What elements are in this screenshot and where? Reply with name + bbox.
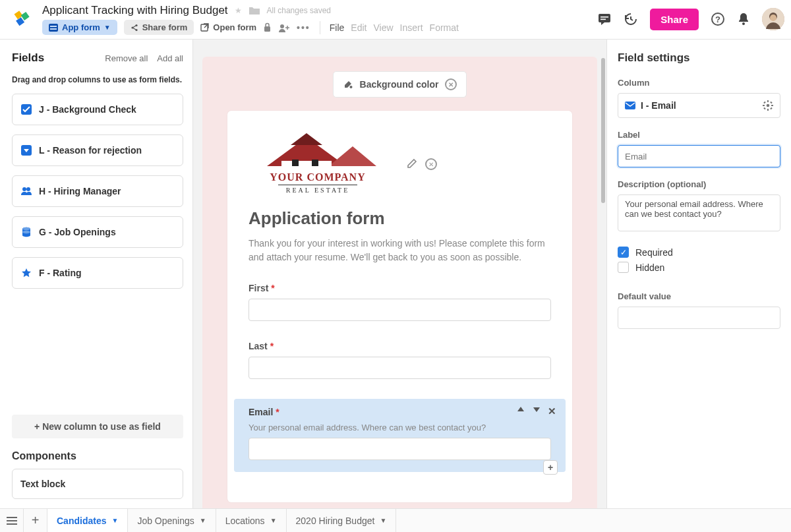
share-button[interactable]: Share	[650, 9, 699, 30]
svg-point-24	[26, 187, 30, 191]
tab-candidates[interactable]: Candidates▼	[47, 509, 128, 532]
svg-point-23	[22, 187, 26, 191]
app-form-button[interactable]: App form ▼	[42, 20, 117, 35]
svg-rect-33	[763, 105, 765, 106]
components-heading: Components	[12, 450, 183, 462]
svg-point-28	[349, 86, 352, 88]
logo-company-sub: REAL ESTATE	[249, 187, 387, 194]
field-card-jobs[interactable]: G - Job Openings	[12, 216, 183, 248]
new-column-button[interactable]: + New column to use as field	[12, 415, 183, 438]
open-form-button[interactable]: Open form	[200, 22, 256, 32]
tab-label: Job Openings	[137, 516, 194, 526]
select-icon	[20, 144, 32, 156]
lock-icon[interactable]	[263, 22, 272, 32]
move-up-icon[interactable]	[516, 405, 525, 417]
add-field-below-button[interactable]: +	[543, 460, 558, 475]
caret-down-icon: ▼	[270, 517, 277, 524]
background-color-pill[interactable]: Background color ✕	[333, 71, 467, 98]
share-form-button[interactable]: Share form	[124, 20, 194, 35]
field-card-hm[interactable]: H - Hiring Manager	[12, 175, 183, 207]
field-label: H - Hiring Manager	[39, 186, 121, 196]
form-field-last[interactable]: Last *	[249, 341, 551, 379]
bg-color-text: Background color	[360, 79, 439, 90]
component-text-block[interactable]: Text block	[12, 469, 183, 499]
svg-rect-34	[771, 105, 773, 106]
required-checkbox-row[interactable]: ✓ Required	[618, 247, 780, 258]
menu-edit[interactable]: Edit	[351, 22, 366, 33]
form-field-email[interactable]: ✕ Email * Your personal email address. W…	[234, 399, 566, 472]
required-checkbox[interactable]: ✓	[618, 247, 629, 258]
folder-icon[interactable]	[249, 6, 260, 15]
remove-all-link[interactable]: Remove all	[105, 53, 148, 63]
required-mark: *	[270, 341, 274, 351]
gear-icon[interactable]	[763, 100, 773, 111]
add-sheet-icon[interactable]: +	[24, 509, 47, 532]
description-input[interactable]	[618, 194, 780, 231]
form-title[interactable]: Application form	[249, 208, 551, 229]
toolbar: App form ▼ Share form Open form ••• Fi	[42, 20, 459, 35]
share-form-label: Share form	[142, 22, 188, 32]
svg-rect-12	[599, 14, 610, 22]
vertical-scrollbar[interactable]	[600, 40, 605, 508]
main: Fields Remove all Add all Drag and drop …	[0, 40, 791, 508]
default-value-input[interactable]	[618, 307, 780, 329]
svg-point-20	[770, 15, 776, 21]
move-down-icon[interactable]	[532, 405, 541, 417]
remove-field-icon[interactable]: ✕	[548, 405, 556, 417]
hidden-checkbox[interactable]	[618, 262, 629, 273]
menu-file[interactable]: File	[330, 22, 345, 33]
add-all-link[interactable]: Add all	[157, 53, 183, 63]
bottom-tabs: + Candidates▼ Job Openings▼ Locations▼ 2…	[0, 508, 791, 532]
center-panel: Background color ✕	[193, 40, 606, 508]
form-field-first[interactable]: First *	[249, 283, 551, 321]
favorite-icon[interactable]: ★	[235, 6, 242, 15]
history-icon[interactable]	[624, 12, 638, 26]
last-input[interactable]	[249, 357, 551, 379]
svg-rect-10	[264, 26, 270, 32]
form-intro[interactable]: Thank you for your interest in working w…	[249, 237, 551, 264]
field-card-rating[interactable]: F - Rating	[12, 257, 183, 289]
menu-format[interactable]: Format	[430, 22, 459, 33]
tab-2020-hiring-budget[interactable]: 2020 Hiring Budget▼	[287, 509, 397, 532]
hidden-checkbox-row[interactable]: Hidden	[618, 262, 780, 273]
edit-logo-icon[interactable]	[407, 158, 417, 170]
svg-rect-31	[767, 100, 769, 102]
svg-point-11	[280, 24, 284, 28]
form-canvas: Background color ✕	[202, 57, 597, 508]
column-selector[interactable]: I - Email	[618, 93, 780, 118]
field-card-reason[interactable]: L - Reason for rejection	[12, 134, 183, 166]
field-card-bgcheck[interactable]: J - Background Check	[12, 94, 183, 125]
first-input[interactable]	[249, 299, 551, 321]
doc-title[interactable]: Applicant Tracking with Hiring Budget	[42, 4, 228, 17]
avatar[interactable]	[762, 8, 784, 30]
help-icon[interactable]: ?	[711, 12, 725, 26]
svg-rect-38	[770, 107, 773, 110]
tab-job-openings[interactable]: Job Openings▼	[128, 509, 216, 532]
label-input[interactable]	[618, 145, 780, 167]
svg-point-27	[22, 227, 30, 230]
email-input[interactable]	[249, 438, 551, 460]
add-user-icon[interactable]	[278, 23, 290, 32]
column-heading: Column	[618, 78, 780, 88]
tab-locations[interactable]: Locations▼	[216, 509, 287, 532]
right-tools: Share ?	[597, 8, 784, 30]
svg-rect-5	[50, 28, 57, 30]
bell-icon[interactable]	[737, 12, 750, 26]
svg-rect-3	[49, 24, 58, 32]
column-value: I - Email	[641, 100, 676, 111]
comment-icon[interactable]	[597, 13, 612, 26]
more-icon[interactable]: •••	[297, 22, 310, 33]
label-heading: Label	[618, 130, 780, 140]
sheets-menu-icon[interactable]	[0, 509, 24, 532]
form-logo[interactable]: YOUR COMPANY REAL ESTATE ✕	[249, 133, 400, 192]
clear-bg-icon[interactable]: ✕	[445, 78, 457, 90]
app-logo[interactable]	[11, 8, 33, 30]
database-icon	[20, 226, 32, 238]
tab-label: 2020 Hiring Budget	[296, 516, 375, 526]
menu-view[interactable]: View	[373, 22, 393, 33]
menu-insert[interactable]: Insert	[400, 22, 423, 33]
open-form-label: Open form	[213, 22, 256, 32]
remove-logo-icon[interactable]: ✕	[425, 158, 437, 170]
caret-down-icon: ▼	[380, 517, 386, 524]
form-card: YOUR COMPANY REAL ESTATE ✕ Application f…	[227, 111, 572, 502]
